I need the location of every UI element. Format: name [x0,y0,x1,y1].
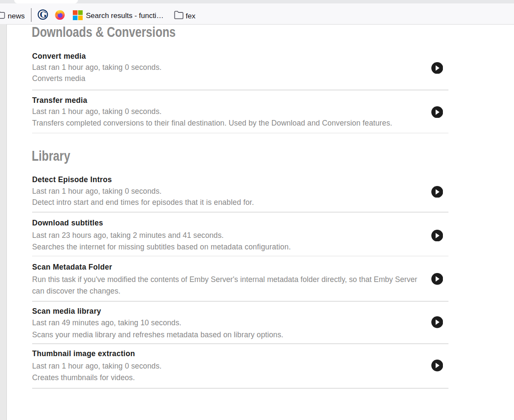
svg-text:G: G [40,10,47,20]
